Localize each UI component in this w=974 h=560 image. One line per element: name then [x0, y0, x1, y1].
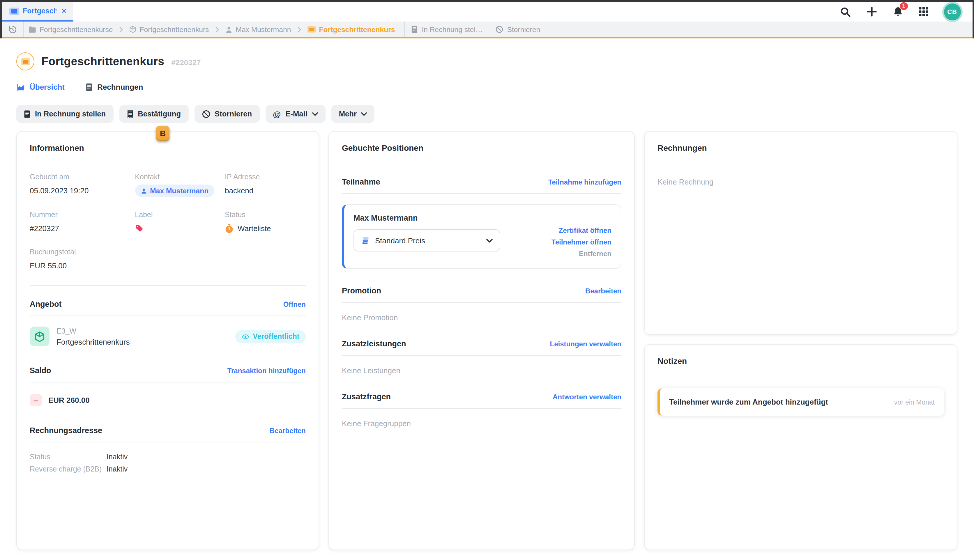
manage-answers-link[interactable]: Antworten verwalten	[553, 393, 621, 401]
field-tag: Label -	[135, 211, 220, 234]
row-label: Reverse charge (B2B)	[30, 465, 107, 473]
tab-invoices[interactable]: Rechnungen	[86, 83, 143, 92]
chevron-right-icon	[297, 27, 301, 32]
bell-icon[interactable]: 1	[892, 6, 903, 17]
questions-section-head: Zusatzfragen Antworten verwalten	[342, 392, 621, 401]
cancel-icon	[495, 26, 503, 33]
open-offer-link[interactable]: Öffnen	[284, 300, 306, 308]
breadcrumb-action-invoice[interactable]: In Rechnung stel…	[405, 25, 489, 33]
more-button[interactable]: Mehr	[331, 105, 375, 123]
participant-card: Max Mustermann Standard Preis Ze	[342, 204, 621, 269]
offer-code: E3_W	[57, 327, 130, 335]
participation-section-head: Teilnahme Teilnahme hinzufügen	[342, 178, 621, 186]
folder-icon	[28, 26, 36, 33]
divider	[30, 161, 306, 161]
cube-icon	[30, 327, 50, 347]
edit-promotion-link[interactable]: Bearbeiten	[585, 287, 621, 295]
offer-section-head: Angebot Öffnen	[30, 300, 306, 308]
breadcrumb-item-course[interactable]: Fortgeschrittenenkurs	[125, 25, 214, 33]
panel-title: Notizen	[657, 356, 944, 365]
offer-name: Fortgeschrittenenkurs	[57, 337, 130, 346]
section-title: Angebot	[30, 300, 62, 308]
main-content: Fortgeschrittenenkurs #220327 Übersicht …	[0, 52, 974, 550]
section-title: Rechnungsadresse	[30, 426, 102, 435]
services-section-head: Zusatzleistungen Leistungen verwalten	[342, 339, 621, 348]
row-value: Inaktiv	[107, 465, 128, 473]
add-participation-link[interactable]: Teilnahme hinzufügen	[548, 178, 621, 186]
chevron-down-icon	[361, 112, 367, 115]
field-value: backend	[225, 185, 306, 196]
breadcrumb-action-cancel[interactable]: Stornieren	[489, 25, 547, 33]
open-participant-link[interactable]: Teilnehmer öffnen	[552, 238, 612, 246]
field-label: Kontakt	[135, 173, 220, 181]
field-label: Label	[135, 211, 220, 219]
field-booked-at: Gebucht am 05.09.2023 19:20	[30, 173, 130, 197]
person-icon	[141, 188, 147, 193]
tab-title: Fortgeschrittene…	[23, 7, 57, 15]
window-chrome: Fortgeschrittene… ✕ 1 CB	[0, 0, 974, 38]
confirmation-button[interactable]: Bestätigung	[119, 105, 188, 123]
invoices-panel: Rechnungen Keine Rechnung	[644, 131, 957, 335]
booking-number: #220327	[171, 58, 201, 67]
saldo-amount: EUR 260.00	[48, 396, 90, 405]
open-certificate-link[interactable]: Zertifikat öffnen	[559, 227, 612, 235]
offer-item[interactable]: E3_W Fortgeschrittenenkurs Veröffentlich…	[30, 327, 306, 347]
add-transaction-link[interactable]: Transaktion hinzufügen	[227, 367, 306, 375]
email-button[interactable]: @ E-Mail	[265, 105, 325, 123]
row-value: Inaktiv	[107, 453, 128, 461]
questions-empty: Keine Fragegruppen	[342, 419, 621, 428]
promotion-section-head: Promotion Bearbeiten	[342, 287, 621, 295]
tab-strip: Fortgeschrittene… ✕ 1 CB	[2, 2, 972, 22]
close-icon[interactable]: ✕	[60, 6, 68, 16]
breadcrumb-item-courses[interactable]: Fortgeschrittenenkurse	[24, 25, 118, 33]
published-badge: Veröffentlicht	[235, 330, 306, 343]
browser-tab[interactable]: Fortgeschrittene… ✕	[2, 2, 73, 22]
breadcrumb-action-label: In Rechnung stel…	[422, 25, 482, 33]
notes-panel: Notizen Teilnehmer wurde zum Angebot hin…	[644, 344, 957, 550]
breadcrumb-item-contact[interactable]: Max Mustermann	[220, 25, 295, 33]
offer-texts: E3_W Fortgeschrittenenkurs	[57, 327, 130, 346]
divider	[30, 315, 306, 316]
remove-link[interactable]: Entfernen	[579, 250, 612, 258]
add-icon[interactable]	[866, 7, 877, 17]
button-label: In Rechnung stellen	[35, 110, 106, 118]
billing-row: Reverse charge (B2B) Inaktiv	[30, 465, 306, 473]
history-back-icon[interactable]	[2, 22, 23, 37]
edit-billing-link[interactable]: Bearbeiten	[270, 427, 306, 435]
divider	[30, 382, 306, 382]
note-text: Teilnehmer wurde zum Angebot hinzugefügt	[669, 398, 828, 406]
search-icon[interactable]	[839, 6, 851, 17]
action-buttons: In Rechnung stellen Bestätigung Stornier…	[16, 105, 958, 123]
divider	[342, 408, 621, 408]
app-window: Fortgeschrittene… ✕ 1 CB	[0, 0, 974, 560]
divider	[30, 285, 306, 286]
manage-services-link[interactable]: Leistungen verwalten	[550, 340, 621, 348]
invoice-button[interactable]: In Rechnung stellen	[16, 105, 113, 123]
field-label: IP Adresse	[225, 173, 306, 181]
at-icon: @	[273, 109, 281, 118]
page-tabs: Übersicht Rechnungen	[17, 83, 958, 92]
ticket-icon	[9, 7, 19, 15]
section-title: Zusatzleistungen	[342, 339, 406, 348]
apps-grid-icon[interactable]	[919, 7, 928, 16]
chevron-down-icon	[312, 112, 318, 115]
panel-title: Rechnungen	[657, 143, 944, 153]
cancel-button[interactable]: Stornieren	[194, 105, 259, 123]
content-columns: Informationen Gebucht am 05.09.2023 19:2…	[16, 131, 958, 550]
tab-overview[interactable]: Übersicht	[17, 83, 65, 92]
services-empty: Keine Leistungen	[342, 366, 621, 375]
breadcrumb-item-booking[interactable]: Fortgeschrittenenkurs	[302, 25, 400, 33]
field-contact: Kontakt Max Mustermann	[135, 173, 220, 197]
note-item[interactable]: Teilnehmer wurde zum Angebot hinzugefügt…	[657, 388, 944, 416]
saldo-row: – EUR 260.00	[30, 394, 306, 406]
field-value: #220327	[30, 222, 130, 234]
divider	[657, 374, 944, 374]
field-value: 05.09.2023 19:20	[30, 185, 130, 196]
price-select[interactable]: Standard Preis	[354, 229, 500, 252]
chart-icon	[17, 83, 25, 90]
avatar[interactable]: CB	[944, 3, 961, 20]
contact-chip[interactable]: Max Mustermann	[135, 185, 214, 197]
button-label: Bestätigung	[138, 110, 181, 118]
invoices-empty: Keine Rechnung	[657, 178, 944, 186]
page-header: Fortgeschrittenenkurs #220327	[16, 52, 958, 70]
